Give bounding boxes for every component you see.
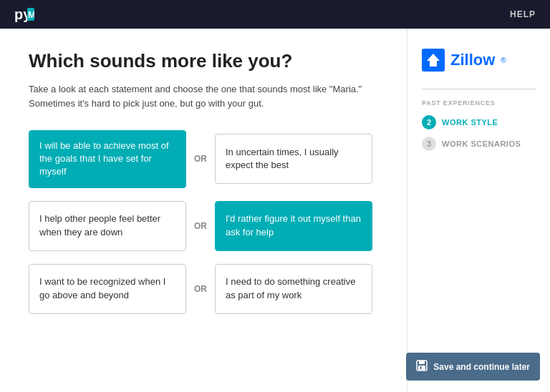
zillow-icon <box>422 49 445 72</box>
page-title: Which sounds more like you? <box>29 50 385 72</box>
question-pair-2: I help other people feel better when the… <box>29 201 385 251</box>
step-work-style: 2 WORK STYLE <box>422 115 536 129</box>
svg-text:M: M <box>28 9 34 20</box>
save-button-label: Save and continue later <box>433 362 530 372</box>
past-experiences-label: PAST EXPERIENCES <box>422 99 536 107</box>
choice-right-1[interactable]: In uncertain times, I usually expect the… <box>215 134 372 184</box>
choice-right-2[interactable]: I'd rather figure it out myself than ask… <box>215 201 372 251</box>
svg-rect-5 <box>419 361 425 364</box>
right-sidebar: Zillow® PAST EXPERIENCES 2 WORK STYLE 3 … <box>407 29 550 392</box>
step-number-3: 3 <box>422 137 436 151</box>
svg-rect-6 <box>418 366 425 370</box>
registered-mark: ® <box>501 57 506 64</box>
question-pair-1: I will be able to achieve most of the go… <box>29 130 385 188</box>
main-container: Which sounds more like you? Take a look … <box>0 29 550 392</box>
save-button-container: Save and continue later <box>406 353 540 381</box>
save-icon <box>416 360 428 373</box>
choice-left-2[interactable]: I help other people feel better when the… <box>29 201 186 251</box>
step-work-scenarios: 3 WORK SCENARIOS <box>422 137 536 151</box>
question-pair-3: I want to be recognized when I go above … <box>29 264 385 314</box>
step-label-work-style: WORK STYLE <box>442 118 498 127</box>
step-label-work-scenarios: WORK SCENARIOS <box>442 139 521 148</box>
help-link[interactable]: HELP <box>510 9 536 19</box>
step-number-2: 2 <box>422 115 436 129</box>
top-navigation: py M HELP <box>0 0 550 29</box>
or-label-1: OR <box>186 154 215 164</box>
svg-rect-7 <box>420 366 422 369</box>
choice-left-1[interactable]: I will be able to achieve most of the go… <box>29 130 186 188</box>
left-panel: Which sounds more like you? Take a look … <box>0 29 407 392</box>
choice-right-3[interactable]: I need to do something creative as part … <box>215 264 372 314</box>
sidebar-divider <box>422 89 536 89</box>
company-logo: Zillow® <box>422 49 536 72</box>
company-name: Zillow <box>450 51 495 69</box>
app-logo: py M <box>14 6 34 22</box>
save-continue-button[interactable]: Save and continue later <box>406 353 540 381</box>
choice-left-3[interactable]: I want to be recognized when I go above … <box>29 264 186 314</box>
or-label-2: OR <box>186 221 215 231</box>
page-subtitle: Take a look at each statement and choose… <box>29 82 385 110</box>
or-label-3: OR <box>186 284 215 294</box>
svg-marker-3 <box>427 54 440 67</box>
sidebar-steps: 2 WORK STYLE 3 WORK SCENARIOS <box>422 115 536 151</box>
